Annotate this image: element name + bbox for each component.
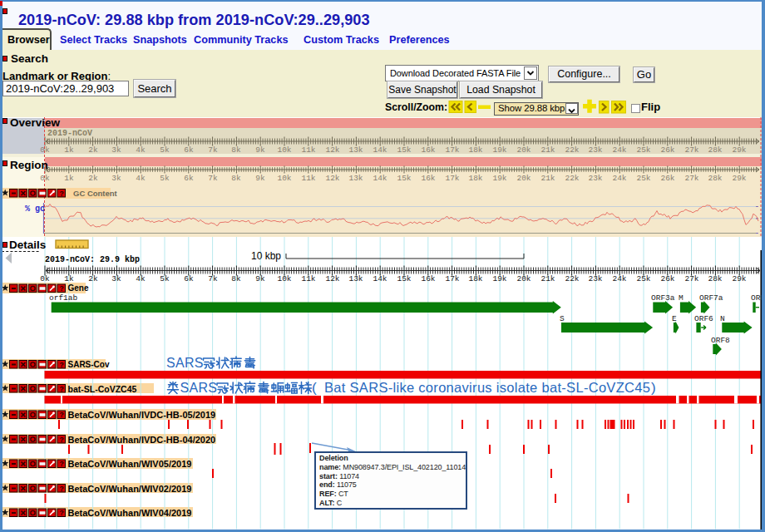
svg-text:): ) xyxy=(651,380,656,396)
svg-text:?: ? xyxy=(59,485,63,493)
svg-text:?: ? xyxy=(59,190,63,198)
svg-text:?: ? xyxy=(59,411,63,419)
svg-text:SARS: SARS xyxy=(166,356,204,370)
svg-text:SARS: SARS xyxy=(180,381,218,395)
svg-text:?: ? xyxy=(59,460,63,468)
svg-text:?: ? xyxy=(59,509,63,517)
svg-text:?: ? xyxy=(59,385,63,393)
svg-text:?: ? xyxy=(59,361,63,369)
svg-text:Bat SARS-like coronavirus isol: Bat SARS-like coronavirus isolate bat-SL… xyxy=(324,380,650,395)
svg-text:?: ? xyxy=(59,284,63,293)
svg-text:?: ? xyxy=(59,436,63,444)
svg-text:(: ( xyxy=(312,380,317,396)
